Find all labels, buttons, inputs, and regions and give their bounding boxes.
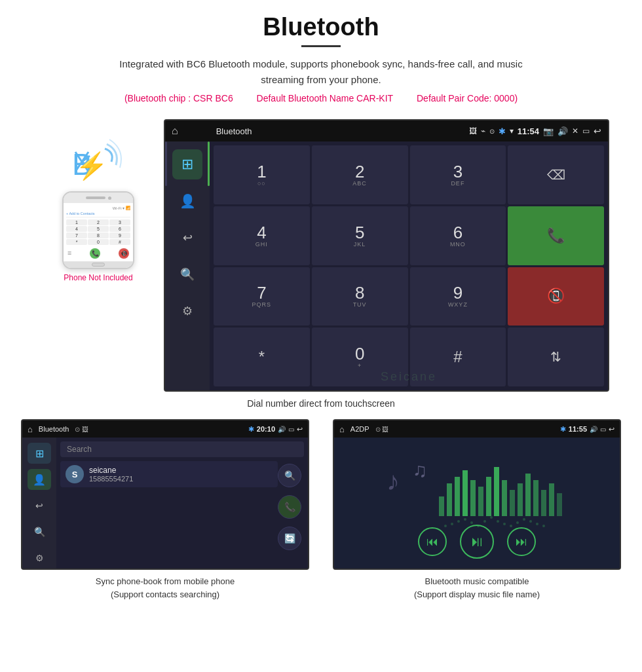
contact-avatar: S — [66, 465, 84, 483]
svg-rect-16 — [510, 490, 515, 516]
phone-end-button[interactable]: 📵 — [119, 248, 129, 259]
sidebar-search-button[interactable]: 🔍 — [172, 259, 202, 289]
music-visualizer-svg: /* dots generated below */ ♪ ♫ — [347, 444, 596, 536]
music-icons: ⊙ 🖼 — [375, 426, 389, 433]
svg-rect-19 — [533, 480, 538, 516]
svg-rect-21 — [549, 483, 554, 516]
dial-key-call[interactable]: 📞 — [508, 206, 604, 265]
phone-speaker — [86, 196, 105, 199]
pb-status-left: ⌂ Bluetooth ⊙ 🖼 — [28, 424, 244, 434]
pb-vol-icon[interactable]: 🔊 — [278, 426, 286, 433]
phone-key-hash[interactable]: # — [109, 239, 130, 245]
bottom-row: ⌂ Bluetooth ⊙ 🖼 ✱ 20:10 🔊 ▭ ↩ ⊞ 👤 ↩ � — [0, 419, 642, 614]
contact-number: 15885554271 — [89, 475, 273, 483]
dial-key-8[interactable]: 8 TUV — [312, 267, 408, 326]
sidebar-apps-button[interactable]: ⊞ — [172, 149, 202, 179]
dial-key-9[interactable]: 9 WXYZ — [410, 267, 506, 326]
music-home-icon[interactable]: ⌂ — [339, 424, 345, 434]
phonebook-search-field[interactable]: Search — [60, 441, 304, 457]
dial-key-6[interactable]: 6 MNO — [410, 206, 506, 265]
pb-home-icon[interactable]: ⌂ — [28, 424, 33, 434]
phone-key-2[interactable]: 2 — [88, 219, 109, 225]
page-header: Bluetooth Integrated with BC6 Bluetooth … — [0, 0, 642, 119]
back-icon[interactable]: ↩ — [594, 126, 601, 136]
pb-call-action-btn[interactable]: 📞 — [278, 495, 301, 519]
phone-home-button[interactable] — [92, 263, 105, 267]
svg-rect-9 — [455, 477, 460, 516]
svg-rect-8 — [447, 483, 452, 516]
music-controls: ⏮ ⏯ ⏭ — [418, 525, 536, 559]
dial-key-1[interactable]: 1 ○○ — [214, 145, 310, 204]
music-next-button[interactable]: ⏭ — [507, 527, 536, 556]
phone-key-star[interactable]: * — [66, 239, 87, 245]
dial-key-star[interactable]: * — [214, 327, 310, 386]
phone-not-included-label: Phone Not Included — [64, 273, 132, 282]
phone-key-7[interactable]: 7 — [66, 233, 87, 238]
phonebook-entry[interactable]: S seicane 15885554271 — [60, 461, 278, 487]
music-prev-button[interactable]: ⏮ — [418, 527, 447, 556]
phone-bottom-row: ☰ 📞 📵 — [66, 247, 130, 260]
phone-key-9[interactable]: 9 — [109, 233, 130, 238]
phone-key-3[interactable]: 3 — [109, 219, 130, 225]
svg-rect-14 — [494, 467, 499, 516]
pb-search-icon[interactable]: 🔍 — [28, 521, 51, 542]
dial-key-hash[interactable]: # — [410, 327, 506, 386]
dial-key-swap[interactable]: ⇅ — [508, 327, 604, 386]
home-icon[interactable]: ⌂ — [172, 125, 178, 137]
sidebar-settings-button[interactable]: ⚙ — [172, 296, 202, 326]
music-time: 11:55 — [569, 425, 587, 433]
phone-key-4[interactable]: 4 — [66, 226, 87, 232]
phone-key-0[interactable]: 0 — [88, 239, 109, 245]
dial-key-3[interactable]: 3 DEF — [410, 145, 506, 204]
music-card: ⌂ A2DP ⊙ 🖼 ✱ 11:55 🔊 ▭ ↩ — [326, 419, 628, 601]
pb-search-action-btn[interactable]: 🔍 — [278, 464, 301, 487]
dial-key-5[interactable]: 5 JKL — [312, 206, 408, 265]
window-icon[interactable]: ▭ — [582, 126, 590, 136]
sidebar-call-log-button[interactable]: ↩ — [172, 223, 202, 253]
dot-icon: ⊙ — [489, 128, 495, 135]
svg-point-35 — [523, 518, 525, 521]
music-play-button[interactable]: ⏯ — [460, 525, 494, 559]
dial-key-2[interactable]: 2 ABC — [312, 145, 408, 204]
phone-body: Wi-Fi ▾ 📶 + Add to Contacts 1 2 3 4 5 6 … — [62, 191, 134, 269]
dial-key-7[interactable]: 7 PQRS — [214, 267, 310, 326]
pb-apps-icon[interactable]: ⊞ — [28, 443, 51, 464]
music-vol-icon[interactable]: 🔊 — [590, 426, 597, 433]
title-underline — [301, 45, 341, 47]
pb-settings-icon[interactable]: ⚙ — [28, 548, 51, 569]
phone-key-1[interactable]: 1 — [66, 219, 87, 225]
pb-sync-action-btn[interactable]: 🔄 — [278, 527, 301, 550]
music-back-icon[interactable]: ↩ — [609, 425, 614, 434]
pb-back-icon[interactable]: ↩ — [297, 425, 303, 434]
sidebar-contacts-button[interactable]: 👤 — [172, 186, 202, 216]
music-bt-icon: ✱ — [560, 425, 566, 434]
phone-key-6[interactable]: 6 — [109, 226, 130, 232]
status-left: ⌂ Bluetooth — [172, 125, 464, 137]
svg-rect-22 — [557, 493, 562, 516]
dial-key-0[interactable]: 0 + — [312, 327, 408, 386]
phone-top-bar — [64, 193, 133, 203]
phonebook-sidebar: ⊞ 👤 ↩ 🔍 ⚙ — [22, 438, 56, 569]
svg-text:♪: ♪ — [387, 466, 400, 495]
music-win-icon[interactable]: ▭ — [600, 426, 606, 433]
svg-point-31 — [497, 520, 499, 523]
dial-key-4[interactable]: 4 GHI — [214, 206, 310, 265]
phonebook-screen: ⌂ Bluetooth ⊙ 🖼 ✱ 20:10 🔊 ▭ ↩ ⊞ 👤 ↩ � — [21, 419, 309, 570]
pb-call-icon[interactable]: ↩ — [28, 495, 51, 516]
volume-icon[interactable]: 🔊 — [557, 126, 568, 136]
svg-rect-12 — [478, 487, 483, 516]
pb-win-icon[interactable]: ▭ — [288, 426, 294, 433]
dial-key-delete[interactable]: ⌫ — [508, 145, 604, 204]
bluetooth-icon-area: ⚡ B — [69, 139, 128, 185]
android-dialpad-area: 1 ○○ 2 ABC 3 DEF ⌫ — [210, 141, 608, 390]
pb-contacts-icon[interactable]: 👤 — [28, 469, 51, 490]
close-icon[interactable]: ✕ — [572, 126, 578, 136]
phone-key-8[interactable]: 8 — [88, 233, 109, 238]
phone-call-button[interactable]: 📞 — [90, 248, 100, 259]
dial-key-end[interactable]: 📵 — [508, 267, 604, 326]
android-status-bar: ⌂ Bluetooth 🖼 ⌁ ⊙ ✱ ▾ 11:54 📷 🔊 ✕ ▭ ↩ — [165, 121, 608, 141]
phone-key-5[interactable]: 5 — [88, 226, 109, 232]
svg-point-29 — [483, 520, 486, 523]
camera-icon[interactable]: 📷 — [543, 126, 554, 136]
dialpad-grid: 1 ○○ 2 ABC 3 DEF ⌫ — [210, 141, 608, 390]
